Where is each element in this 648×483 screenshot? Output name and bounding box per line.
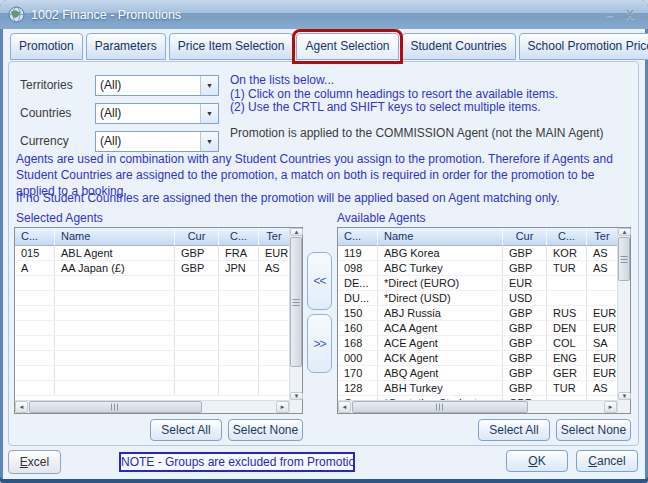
excel-button[interactable]: Excel (8, 450, 61, 474)
scrollbar-thumb[interactable] (29, 401, 202, 413)
tab-strip: Promotion Parameters Price Item Selectio… (10, 33, 642, 61)
scroll-up-icon[interactable]: ▲ (618, 228, 631, 236)
tab-school-promotion-price-items[interactable]: School Promotion Price Items (519, 33, 648, 60)
cancel-button-label: Cancel (588, 454, 625, 468)
column-header[interactable]: C... (15, 228, 55, 246)
window-title: 1002 Finance - Promotions (31, 8, 600, 22)
table-row[interactable] (15, 276, 289, 291)
table-row[interactable] (15, 381, 289, 396)
selected-select-all-button[interactable]: Select All (150, 419, 222, 441)
column-header[interactable]: Cur (175, 228, 219, 246)
available-agents-label: Available Agents (337, 211, 426, 225)
dropdown-arrow-icon[interactable]: ▼ (200, 104, 218, 123)
table-row[interactable]: A AA Japan (£) GBP JPN AS (15, 261, 289, 276)
dropdown-arrow-icon[interactable]: ▼ (200, 132, 218, 151)
dropdown-arrow-icon[interactable]: ▼ (200, 76, 218, 95)
countries-value: (All) (96, 104, 200, 123)
commission-note: Promotion is applied to the COMMISSION A… (230, 126, 604, 140)
table-row[interactable]: 128 ABH Turkey GBP TUR AS (338, 381, 617, 396)
table-row[interactable]: 119 ABG Korea GBP KOR AS (338, 246, 617, 261)
table-row[interactable] (15, 336, 289, 351)
territories-combo[interactable]: (All) ▼ (95, 75, 219, 96)
table-row[interactable]: 170 ABQ Agent GBP GER EUR (338, 366, 617, 381)
promotions-dialog: 1002 Finance - Promotions – X Promotion … (0, 0, 648, 483)
scroll-down-icon[interactable]: ▼ (618, 392, 631, 400)
vertical-scrollbar[interactable]: ▲ ▼ (617, 228, 630, 413)
scrollbar-thumb[interactable] (352, 401, 528, 413)
column-header[interactable]: Ter (587, 228, 617, 246)
currency-value: (All) (96, 132, 200, 151)
titlebar: 1002 Finance - Promotions – X (0, 0, 648, 29)
ok-button[interactable]: OK (506, 450, 568, 472)
territories-label: Territories (20, 75, 92, 96)
groups-note: NOTE - Groups are excluded from Promotio… (119, 452, 355, 472)
app-icon (8, 6, 25, 23)
available-agents-header: C...NameCurC...Ter (338, 228, 617, 246)
countries-label: Countries (20, 103, 92, 124)
add-agents-button[interactable]: >> (307, 314, 332, 373)
excel-button-label: Excel (20, 455, 49, 469)
tab-student-countries[interactable]: Student Countries (402, 33, 516, 60)
scroll-right-icon[interactable]: ► (276, 401, 289, 413)
cancel-button[interactable]: Cancel (576, 450, 638, 472)
tab-parameters[interactable]: Parameters (86, 33, 166, 60)
scroll-right-icon[interactable]: ► (604, 401, 617, 413)
column-header[interactable]: Name (378, 228, 503, 246)
available-agents-rows: 119 ABG Korea GBP KOR AS 098 ABC Turkey … (338, 246, 617, 400)
table-row[interactable] (15, 351, 289, 366)
tab-agent-selection[interactable]: Agent Selection (296, 33, 398, 60)
minimize-button[interactable]: – (600, 8, 620, 22)
horizontal-scrollbar[interactable]: ◄ ► (15, 400, 289, 413)
column-header[interactable]: C... (338, 228, 378, 246)
scrollbar-thumb[interactable] (618, 237, 630, 281)
no-countries-description: If no Student Countries are assigned the… (16, 190, 636, 206)
currency-combo[interactable]: (All) ▼ (95, 131, 219, 152)
instructions-line3: (2) Use the CRTL and SHIFT keys to selec… (230, 101, 541, 114)
available-select-none-button[interactable]: Select None (556, 419, 631, 441)
close-button[interactable]: X (620, 8, 640, 22)
tab-promotion[interactable]: Promotion (10, 33, 83, 60)
scroll-up-icon[interactable]: ▲ (290, 228, 303, 236)
table-row[interactable] (15, 366, 289, 381)
table-row[interactable]: 168 ACE Agent GBP COL SA (338, 336, 617, 351)
available-select-all-button[interactable]: Select All (478, 419, 550, 441)
currency-label: Currency (20, 131, 92, 152)
selected-agents-label: Selected Agents (16, 211, 103, 225)
table-row[interactable]: 015 ABL Agent GBP FRA EUR (15, 246, 289, 261)
selected-agents-header: C...NameCurC...Ter (15, 228, 289, 246)
vertical-scrollbar[interactable]: ▲ ▼ (289, 228, 302, 413)
table-row[interactable]: DU... *Direct (USD) USD (338, 291, 617, 306)
available-agents-list: C...NameCurC...Ter 119 ABG Korea GBP KOR… (337, 227, 631, 414)
countries-combo[interactable]: (All) ▼ (95, 103, 219, 124)
table-row[interactable] (15, 321, 289, 336)
column-header[interactable]: C... (219, 228, 259, 246)
column-header[interactable]: Ter (259, 228, 289, 246)
table-row[interactable]: 150 ABJ Russia GBP RUS EUR (338, 306, 617, 321)
scroll-down-icon[interactable]: ▼ (290, 392, 303, 400)
instructions-line1: On the lists below... (230, 74, 334, 87)
scroll-left-icon[interactable]: ◄ (15, 401, 28, 413)
column-header[interactable]: Cur (503, 228, 547, 246)
column-header[interactable]: Name (55, 228, 175, 246)
scrollbar-thumb[interactable] (290, 237, 302, 367)
selected-select-none-button[interactable]: Select None (228, 419, 303, 441)
tab-price-item-selection[interactable]: Price Item Selection (169, 33, 294, 60)
table-row[interactable]: 000 ACK Agent GBP ENG EUR (338, 351, 617, 366)
selected-agents-rows: 015 ABL Agent GBP FRA EUR A AA Japan (£)… (15, 246, 289, 400)
remove-agents-button[interactable]: << (307, 252, 332, 310)
table-row[interactable]: 160 ACA Agent GBP DEN EUR (338, 321, 617, 336)
table-row[interactable]: 098 ABC Turkey GBP TUR AS (338, 261, 617, 276)
territories-value: (All) (96, 76, 200, 95)
column-header[interactable]: C... (547, 228, 587, 246)
ok-button-label: OK (528, 454, 545, 468)
table-row[interactable] (15, 306, 289, 321)
selected-agents-list: C...NameCurC...Ter 015 ABL Agent GBP FRA… (14, 227, 303, 414)
table-row[interactable]: DE... *Direct (EURO) EUR (338, 276, 617, 291)
table-row[interactable] (15, 291, 289, 306)
scroll-left-icon[interactable]: ◄ (338, 401, 351, 413)
horizontal-scrollbar[interactable]: ◄ ► (338, 400, 617, 413)
